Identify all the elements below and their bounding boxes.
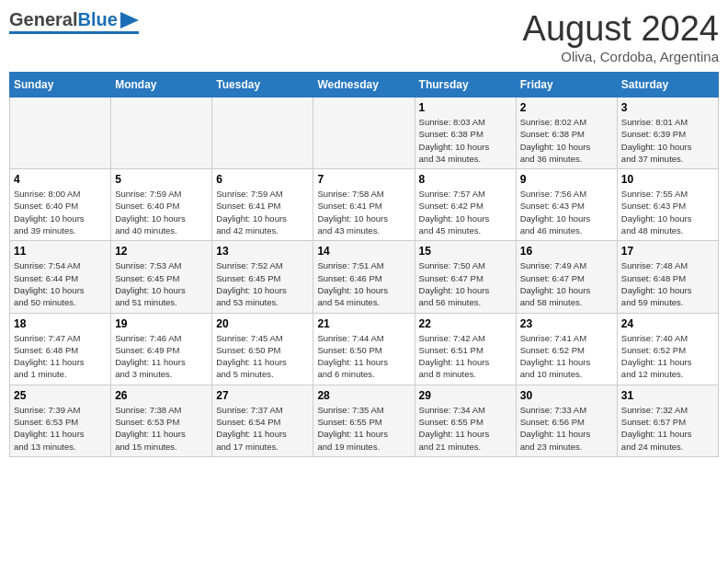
day-number: 13 [216, 245, 309, 258]
day-info: Sunrise: 7:49 AM Sunset: 6:47 PM Dayligh… [520, 259, 613, 308]
calendar-cell: 31Sunrise: 7:32 AM Sunset: 6:57 PM Dayli… [617, 385, 718, 456]
day-number: 25 [14, 389, 107, 402]
calendar-cell: 30Sunrise: 7:33 AM Sunset: 6:56 PM Dayli… [516, 385, 617, 456]
calendar-week-row: 11Sunrise: 7:54 AM Sunset: 6:44 PM Dayli… [10, 241, 719, 313]
day-info: Sunrise: 8:01 AM Sunset: 6:39 PM Dayligh… [621, 116, 714, 165]
day-number: 31 [621, 389, 714, 402]
calendar-cell: 6Sunrise: 7:59 AM Sunset: 6:41 PM Daylig… [212, 169, 313, 241]
calendar-cell: 28Sunrise: 7:35 AM Sunset: 6:55 PM Dayli… [313, 385, 415, 456]
day-info: Sunrise: 7:53 AM Sunset: 6:45 PM Dayligh… [115, 259, 208, 308]
page-header: General Blue August 2024 Oliva, Cordoba,… [9, 9, 719, 64]
month-year-title: August 2024 [523, 9, 719, 49]
day-number: 16 [520, 245, 613, 258]
calendar-cell: 25Sunrise: 7:39 AM Sunset: 6:53 PM Dayli… [10, 385, 111, 456]
day-number: 4 [14, 173, 107, 186]
calendar-cell [10, 98, 111, 169]
day-number: 30 [520, 389, 613, 402]
calendar-cell: 23Sunrise: 7:41 AM Sunset: 6:52 PM Dayli… [516, 313, 617, 385]
day-info: Sunrise: 8:03 AM Sunset: 6:38 PM Dayligh… [419, 116, 512, 165]
day-number: 1 [419, 101, 512, 114]
day-info: Sunrise: 7:32 AM Sunset: 6:57 PM Dayligh… [621, 404, 714, 453]
logo-arrow-icon [120, 12, 139, 29]
calendar-cell: 2Sunrise: 8:02 AM Sunset: 6:38 PM Daylig… [516, 98, 617, 169]
day-info: Sunrise: 7:55 AM Sunset: 6:43 PM Dayligh… [621, 188, 714, 236]
calendar-cell [111, 98, 212, 169]
day-number: 15 [419, 245, 512, 258]
calendar-cell [212, 98, 313, 169]
title-section: August 2024 Oliva, Cordoba, Argentina [523, 9, 719, 64]
calendar-cell: 11Sunrise: 7:54 AM Sunset: 6:44 PM Dayli… [10, 241, 111, 313]
day-info: Sunrise: 7:51 AM Sunset: 6:46 PM Dayligh… [317, 259, 410, 308]
day-number: 9 [520, 173, 613, 186]
day-info: Sunrise: 7:34 AM Sunset: 6:55 PM Dayligh… [419, 404, 512, 453]
day-info: Sunrise: 7:59 AM Sunset: 6:40 PM Dayligh… [115, 188, 208, 236]
calendar-header-row: SundayMondayTuesdayWednesdayThursdayFrid… [10, 73, 719, 98]
calendar-cell: 3Sunrise: 8:01 AM Sunset: 6:39 PM Daylig… [617, 98, 718, 169]
day-info: Sunrise: 7:40 AM Sunset: 6:52 PM Dayligh… [621, 332, 714, 381]
day-number: 22 [419, 317, 512, 330]
calendar-cell: 29Sunrise: 7:34 AM Sunset: 6:55 PM Dayli… [415, 385, 516, 456]
day-number: 17 [621, 245, 714, 258]
day-number: 11 [14, 245, 107, 258]
calendar-cell: 8Sunrise: 7:57 AM Sunset: 6:42 PM Daylig… [415, 169, 516, 241]
calendar-week-row: 18Sunrise: 7:47 AM Sunset: 6:48 PM Dayli… [10, 313, 719, 385]
day-info: Sunrise: 7:56 AM Sunset: 6:43 PM Dayligh… [520, 188, 613, 236]
calendar-cell [313, 98, 415, 169]
day-info: Sunrise: 7:47 AM Sunset: 6:48 PM Dayligh… [14, 332, 107, 381]
day-number: 23 [520, 317, 613, 330]
day-info: Sunrise: 7:48 AM Sunset: 6:48 PM Dayligh… [621, 259, 714, 308]
day-number: 27 [216, 389, 309, 402]
logo-blue-text: Blue [77, 9, 117, 30]
day-info: Sunrise: 7:58 AM Sunset: 6:41 PM Dayligh… [317, 188, 410, 236]
day-number: 8 [419, 173, 512, 186]
calendar-cell: 24Sunrise: 7:40 AM Sunset: 6:52 PM Dayli… [617, 313, 718, 385]
day-info: Sunrise: 7:37 AM Sunset: 6:54 PM Dayligh… [216, 404, 309, 453]
day-number: 6 [216, 173, 309, 186]
day-info: Sunrise: 7:59 AM Sunset: 6:41 PM Dayligh… [216, 188, 309, 236]
calendar-week-row: 4Sunrise: 8:00 AM Sunset: 6:40 PM Daylig… [10, 169, 719, 241]
calendar-table: SundayMondayTuesdayWednesdayThursdayFrid… [9, 72, 719, 457]
calendar-header-monday: Monday [111, 73, 212, 98]
day-number: 28 [317, 389, 410, 402]
day-number: 18 [14, 317, 107, 330]
calendar-header-sunday: Sunday [10, 73, 111, 98]
calendar-header-saturday: Saturday [617, 73, 718, 98]
day-info: Sunrise: 7:54 AM Sunset: 6:44 PM Dayligh… [14, 259, 107, 308]
calendar-week-row: 1Sunrise: 8:03 AM Sunset: 6:38 PM Daylig… [10, 98, 719, 169]
calendar-cell: 27Sunrise: 7:37 AM Sunset: 6:54 PM Dayli… [212, 385, 313, 456]
location-subtitle: Oliva, Cordoba, Argentina [523, 49, 719, 64]
day-number: 29 [419, 389, 512, 402]
day-info: Sunrise: 7:35 AM Sunset: 6:55 PM Dayligh… [317, 404, 410, 453]
day-number: 5 [115, 173, 208, 186]
day-info: Sunrise: 7:57 AM Sunset: 6:42 PM Dayligh… [419, 188, 512, 236]
calendar-cell: 21Sunrise: 7:44 AM Sunset: 6:50 PM Dayli… [313, 313, 415, 385]
day-number: 21 [317, 317, 410, 330]
calendar-cell: 22Sunrise: 7:42 AM Sunset: 6:51 PM Dayli… [415, 313, 516, 385]
calendar-cell: 18Sunrise: 7:47 AM Sunset: 6:48 PM Dayli… [10, 313, 111, 385]
day-number: 19 [115, 317, 208, 330]
calendar-header-friday: Friday [516, 73, 617, 98]
calendar-cell: 16Sunrise: 7:49 AM Sunset: 6:47 PM Dayli… [516, 241, 617, 313]
calendar-cell: 19Sunrise: 7:46 AM Sunset: 6:49 PM Dayli… [111, 313, 212, 385]
day-info: Sunrise: 7:45 AM Sunset: 6:50 PM Dayligh… [216, 332, 309, 381]
day-number: 2 [520, 101, 613, 114]
calendar-header-tuesday: Tuesday [212, 73, 313, 98]
calendar-cell: 5Sunrise: 7:59 AM Sunset: 6:40 PM Daylig… [111, 169, 212, 241]
logo-general-text: General [9, 9, 77, 30]
day-info: Sunrise: 7:38 AM Sunset: 6:53 PM Dayligh… [115, 404, 208, 453]
calendar-cell: 12Sunrise: 7:53 AM Sunset: 6:45 PM Dayli… [111, 241, 212, 313]
day-number: 26 [115, 389, 208, 402]
day-info: Sunrise: 7:44 AM Sunset: 6:50 PM Dayligh… [317, 332, 410, 381]
calendar-cell: 7Sunrise: 7:58 AM Sunset: 6:41 PM Daylig… [313, 169, 415, 241]
day-info: Sunrise: 7:39 AM Sunset: 6:53 PM Dayligh… [14, 404, 107, 453]
calendar-header-wednesday: Wednesday [313, 73, 415, 98]
day-info: Sunrise: 7:33 AM Sunset: 6:56 PM Dayligh… [520, 404, 613, 453]
calendar-cell: 15Sunrise: 7:50 AM Sunset: 6:47 PM Dayli… [415, 241, 516, 313]
svg-marker-0 [120, 12, 139, 29]
calendar-cell: 17Sunrise: 7:48 AM Sunset: 6:48 PM Dayli… [617, 241, 718, 313]
calendar-cell: 13Sunrise: 7:52 AM Sunset: 6:45 PM Dayli… [212, 241, 313, 313]
calendar-cell: 20Sunrise: 7:45 AM Sunset: 6:50 PM Dayli… [212, 313, 313, 385]
day-number: 14 [317, 245, 410, 258]
calendar-cell: 1Sunrise: 8:03 AM Sunset: 6:38 PM Daylig… [415, 98, 516, 169]
day-number: 24 [621, 317, 714, 330]
